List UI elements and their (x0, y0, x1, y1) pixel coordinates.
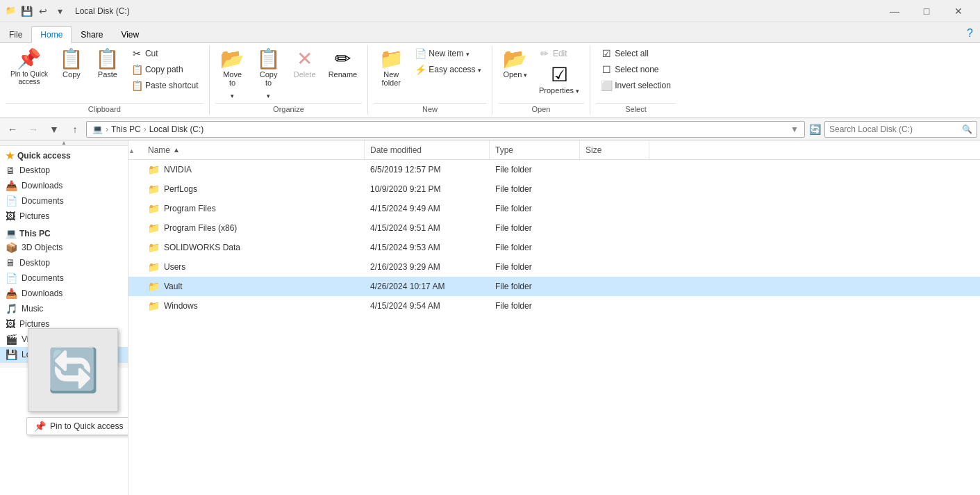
file-name: 📁 Windows (142, 300, 365, 311)
copy-label: Copy (63, 70, 81, 79)
minimize-button[interactable]: — (879, 0, 911, 22)
copy-to-button[interactable]: 📋 Copyto ▾ (251, 46, 286, 102)
search-box[interactable]: 🔍 (824, 121, 977, 138)
properties-button[interactable]: ☑ Properties ▾ (534, 62, 584, 98)
properties-icon: ☑ (551, 65, 568, 85)
cut-button[interactable]: ✂ Cut (126, 46, 204, 61)
sidebar-item-music[interactable]: 🎵 Music (0, 301, 128, 316)
up-button[interactable]: ↑ (65, 120, 85, 139)
thumbnail-popup: 🔄 (28, 328, 118, 412)
select-all-button[interactable]: ☑ Select all (596, 46, 676, 61)
file-row[interactable]: 📁 PerfLogs 10/9/2020 9:21 PM File folder (128, 179, 980, 199)
sidebar-item-3d-objects[interactable]: 📦 3D Objects (0, 240, 128, 255)
tab-file[interactable]: File (0, 26, 31, 42)
path-this-pc[interactable]: This PC (111, 124, 141, 134)
select-none-button[interactable]: ☐ Select none (596, 62, 676, 77)
file-type: File folder (490, 282, 580, 291)
qat-dropdown-button[interactable]: ▾ (53, 4, 67, 18)
folder-icon: 📁 (148, 164, 160, 175)
file-row[interactable]: 📁 Users 2/16/2023 9:29 AM File folder (128, 257, 980, 277)
open-button[interactable]: 📂 Open ▾ (498, 46, 533, 82)
window-title: Local Disk (C:) (75, 6, 130, 16)
desktop-label: Desktop (19, 165, 50, 175)
select-stack: ☑ Select all ☐ Select none ⬜ Invert sele… (596, 46, 676, 93)
folder-icon: 📁 (148, 184, 160, 195)
file-area: ▲ Name ▲ Date modified Type Size 📁 NVIDI… (128, 140, 980, 495)
col-header-type[interactable]: Type (490, 140, 580, 159)
new-buttons: 📁 Newfolder 📄 New item ▾ ⚡ Easy access ▾ (374, 46, 486, 102)
easy-access-button[interactable]: ⚡ Easy access ▾ (410, 62, 486, 77)
folder-icon: 📁 (148, 261, 160, 273)
path-local-disk[interactable]: Local Disk (C:) (149, 124, 204, 134)
file-row[interactable]: 📁 Program Files (x86) 4/15/2024 9:51 AM … (128, 218, 980, 238)
new-folder-button[interactable]: 📁 Newfolder (374, 46, 408, 90)
col-header-size[interactable]: Size (580, 140, 649, 159)
new-folder-icon: 📁 (379, 49, 404, 69)
file-date: 2/16/2023 9:29 AM (365, 262, 490, 272)
col-header-name[interactable]: Name ▲ (142, 140, 365, 159)
address-path[interactable]: 💻 › This PC › Local Disk (C:) ▼ (86, 121, 805, 138)
sidebar-item-downloads-qa[interactable]: 📥 Downloads (0, 178, 128, 193)
file-name: 📁 NVIDIA (142, 164, 365, 175)
file-name: 📁 Program Files (x86) (142, 222, 365, 234)
sidebar-item-downloads[interactable]: 📥 Downloads (0, 286, 128, 301)
refresh-button[interactable]: 🔄 (806, 121, 823, 138)
recent-locations-button[interactable]: ▼ (44, 120, 64, 139)
maximize-button[interactable]: □ (911, 0, 942, 22)
edit-button[interactable]: ✏ Edit (534, 46, 584, 61)
downloads-label: Downloads (22, 181, 63, 190)
pictures-icon: 🖼 (6, 211, 15, 222)
3d-objects-label: 3D Objects (22, 243, 63, 252)
quick-access-section: ★ Quick access (0, 146, 128, 163)
delete-label: Delete (294, 70, 316, 79)
forward-button[interactable]: → (24, 120, 43, 139)
file-type: File folder (490, 223, 580, 233)
move-to-button[interactable]: 📂 Moveto ▾ (215, 46, 250, 102)
scroll-up-btn[interactable]: ▲ (0, 140, 128, 146)
file-row[interactable]: 📁 Windows 4/15/2024 9:54 AM File folder (128, 296, 980, 316)
tab-share[interactable]: Share (72, 26, 112, 42)
ribbon-group-open: 📂 Open ▾ ✏ Edit ☑ Properties ▾ Open (492, 46, 590, 115)
sidebar-item-pictures-qa[interactable]: 🖼 Pictures (0, 209, 128, 224)
col-header-date[interactable]: Date modified (365, 140, 490, 159)
paste-button[interactable]: 📋 Paste (90, 46, 125, 82)
file-list: 📁 NVIDIA 6/5/2019 12:57 PM File folder 📁… (128, 160, 980, 495)
pin-quick-access-button[interactable]: 📌 Pin to Quickaccess (6, 46, 53, 89)
paste-icon: 📋 (95, 49, 119, 69)
tab-home[interactable]: Home (31, 26, 72, 43)
file-row[interactable]: 📁 Program Files 4/15/2024 9:49 AM File f… (128, 199, 980, 218)
copy-button[interactable]: 📋 Copy (54, 46, 89, 82)
rename-button[interactable]: ✏ Rename (324, 46, 363, 82)
sidebar-item-documents[interactable]: 📄 Documents (0, 270, 128, 286)
sidebar-item-desktop[interactable]: 🖥 Desktop (0, 255, 128, 270)
documents2-label: Documents (22, 273, 64, 283)
paste-shortcut-button[interactable]: 📋 Paste shortcut (126, 78, 204, 93)
file-row[interactable]: 📁 NVIDIA 6/5/2019 12:57 PM File folder (128, 160, 980, 179)
easy-access-icon: ⚡ (415, 64, 426, 75)
ribbon: 📌 Pin to Quickaccess 📋 Copy 📋 Paste ✂ Cu… (0, 43, 980, 118)
main-area: ▲ ★ Quick access 🖥 Desktop 📥 Downloads 📄… (0, 140, 980, 495)
sidebar-item-desktop-qa[interactable]: 🖥 Desktop (0, 163, 128, 178)
new-item-button[interactable]: 📄 New item ▾ (410, 46, 486, 61)
this-pc-icon: 💻 (6, 228, 17, 238)
easy-access-label: Easy access ▾ (429, 65, 481, 74)
qat-save-button[interactable]: 💾 (19, 4, 33, 18)
search-input[interactable] (829, 124, 959, 134)
this-pc-section: 💻 This PC (0, 224, 128, 240)
tab-view[interactable]: View (112, 26, 148, 42)
ribbon-group-organize: 📂 Moveto ▾ 📋 Copyto ▾ ✕ Delete ✏ Rename (210, 46, 369, 115)
file-row[interactable]: 📁 Vault 4/26/2024 10:17 AM File folder (128, 277, 980, 296)
qat-undo-button[interactable]: ↩ (36, 4, 50, 18)
pictures2-icon: 🖼 (6, 318, 15, 330)
delete-button[interactable]: ✕ Delete (288, 46, 322, 82)
back-button[interactable]: ← (3, 120, 22, 139)
invert-selection-button[interactable]: ⬜ Invert selection (596, 78, 676, 93)
pin-tooltip-label: Pin to Quick access (50, 421, 123, 431)
downloads2-label: Downloads (22, 289, 63, 298)
file-name: 📁 Program Files (142, 203, 365, 214)
file-row[interactable]: 📁 SOLIDWORKS Data 4/15/2024 9:53 AM File… (128, 238, 980, 257)
sidebar-item-documents-qa[interactable]: 📄 Documents (0, 193, 128, 209)
copy-path-button[interactable]: 📋 Copy path (126, 62, 204, 77)
close-button[interactable]: ✕ (942, 0, 974, 22)
help-button[interactable]: ? (960, 24, 980, 42)
